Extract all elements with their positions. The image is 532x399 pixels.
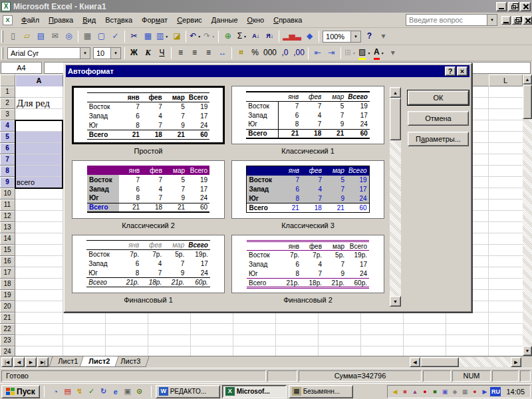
task-redaktor[interactable]: WРЕДАКТО... [156,385,220,398]
dialog-title-bar[interactable]: Автоформат ?× [66,65,469,77]
save-button[interactable]: ▤ [35,30,47,43]
column-header-l[interactable]: L [489,74,523,86]
next-sheet-button[interactable]: ▶ [25,357,37,367]
cell-A19[interactable] [15,290,63,301]
minimize-button[interactable] [501,16,511,25]
scroll-left-button[interactable]: ◀ [410,357,420,367]
first-sheet-button[interactable]: |◀ [1,357,13,367]
chevron-down-icon[interactable]: ▼ [350,31,360,42]
open-button[interactable]: ▱ [21,30,33,43]
ask-question-input[interactable]: Введите вопрос ▼ [406,14,497,26]
decrease-indent-button[interactable]: ⇤ [311,47,324,59]
chevron-down-icon[interactable]: ▼ [165,35,168,39]
undo-button[interactable]: ↶▼ [189,30,201,43]
row-header-19[interactable]: 19 [0,290,15,301]
cell-A3[interactable] [15,109,63,120]
winamp-icon[interactable]: ↯ [74,386,85,397]
volume-icon[interactable]: ◀ [390,387,399,396]
font-size-combo[interactable]: 10▼ [93,47,121,59]
chevron-down-icon[interactable]: ▼ [243,35,247,39]
cell-A4[interactable] [15,120,63,132]
spelling-button[interactable]: ✓ [109,30,122,43]
format-preview-panel[interactable]: янвфевмарВсегоВосток7р.7р.5р.19р.Запад64… [72,235,225,293]
document-icon[interactable]: ▤ [63,386,73,397]
chevron-down-icon[interactable]: ▼ [487,15,497,25]
scroll-right-button[interactable]: ▶ [511,357,521,367]
row-header-1[interactable]: 1 [0,86,15,98]
row-header-15[interactable]: 15 [0,245,15,256]
menu-вставка[interactable]: Вставка [100,14,137,26]
row-header-20[interactable]: 20 [0,301,15,313]
cancel-button[interactable]: Отмена [408,111,469,126]
cell-A6[interactable] [15,143,63,154]
format-preview-panel[interactable]: янвфевмарВсегоВосток7р.7р.5р.19р.Запад64… [231,235,384,293]
menu-сервис[interactable]: Сервис [172,14,207,26]
media-player-icon[interactable]: ◔ [51,386,61,397]
chevron-down-icon[interactable]: ▼ [367,51,370,55]
cell-A2[interactable]: Для ред [15,98,63,109]
format-preview-panel[interactable]: янвфевмарВсегоВосток77519Запад64717Юг879… [231,86,384,144]
currency-button[interactable]: ¤ [235,47,247,59]
task-excel[interactable]: XMicrosof... [222,385,287,398]
row-header-4[interactable]: 4 [0,120,15,132]
close-button[interactable] [523,16,532,25]
last-sheet-button[interactable]: ▶| [37,357,49,367]
scroll-up-button[interactable]: ▲ [523,74,532,84]
cell-A24[interactable] [15,346,63,356]
print-button[interactable]: ▦ [81,30,94,43]
row-header-2[interactable]: 2 [0,98,15,109]
chevron-down-icon[interactable]: ▼ [110,48,120,59]
tray-icon-2[interactable]: ▲ [410,387,419,396]
row-header-11[interactable]: 11 [0,200,15,211]
format-preview-panel[interactable]: янвфевмарВсегоВосток77519Запад64717Юг879… [72,160,225,219]
row-header-3[interactable]: 3 [0,109,15,120]
cell-A9[interactable]: всего [15,177,63,188]
options-button[interactable]: Параметры... [408,132,469,146]
row-header-5[interactable]: 5 [0,132,15,143]
row-header-8[interactable]: 8 [0,166,15,177]
tray-icon-7[interactable]: ▦ [460,387,469,396]
cell-A20[interactable] [15,301,63,313]
tray-icon-1[interactable]: ■ [400,387,409,396]
sync-icon[interactable]: ↻ [98,386,109,397]
row-header-16[interactable]: 16 [0,256,15,267]
display-icon[interactable]: ▣ [122,386,133,397]
bold-button[interactable]: Ж [128,47,140,59]
insert-hyperlink-button[interactable]: ⊕ [221,30,234,43]
menu-правка[interactable]: Правка [44,14,78,26]
sort-descending-button[interactable]: Я↓ [263,30,276,43]
row-header-23[interactable]: 23 [0,335,15,346]
vertical-scrollbar[interactable]: ▲ ▼ [523,74,532,356]
merge-center-button[interactable]: ↔ [216,47,229,59]
cell-A16[interactable] [15,256,63,267]
cell-A12[interactable] [15,211,63,222]
vertical-scroll-thumb[interactable] [523,84,532,119]
dialog-close-button[interactable]: × [457,66,467,76]
align-center-button[interactable]: ≡ [188,47,201,59]
row-header-18[interactable]: 18 [0,279,15,290]
dialog-help-button[interactable]: ? [445,66,456,76]
ok-button[interactable]: ОК [408,90,469,105]
scheduler-icon[interactable]: ⊙ [134,386,145,397]
decrease-decimal-button[interactable]: ,00 [293,47,305,59]
row-header-14[interactable]: 14 [0,233,15,245]
scroll-down-button[interactable]: ▼ [523,346,532,356]
cell-A1[interactable] [15,86,63,98]
toolbar-drag-handle[interactable] [1,47,3,59]
tray-icon-6[interactable]: ◆ [450,387,459,396]
increase-decimal-button[interactable]: ,0 [279,47,291,59]
format-preview-panel[interactable]: янвфевмарВсегоВосток77519Запад64717Юг879… [72,86,225,144]
row-header-13[interactable]: 13 [0,222,15,233]
column-header-a[interactable]: A [15,74,63,86]
search-button[interactable]: ◎ [63,30,75,43]
row-header-24[interactable]: 24 [0,346,15,356]
menu-окно[interactable]: Окно [243,14,269,26]
borders-button[interactable]: ⊞▼ [344,47,356,59]
tray-icon-3[interactable]: ● [420,387,429,396]
horizontal-scroll-thumb[interactable] [420,357,459,367]
fill-color-button[interactable]: ▨▼ [358,47,371,59]
cell-A13[interactable] [15,222,63,233]
increase-indent-button[interactable]: ⇥ [325,47,338,59]
font-combo[interactable]: Arial Cyr▼ [7,47,90,59]
cell-A7[interactable] [15,154,63,166]
